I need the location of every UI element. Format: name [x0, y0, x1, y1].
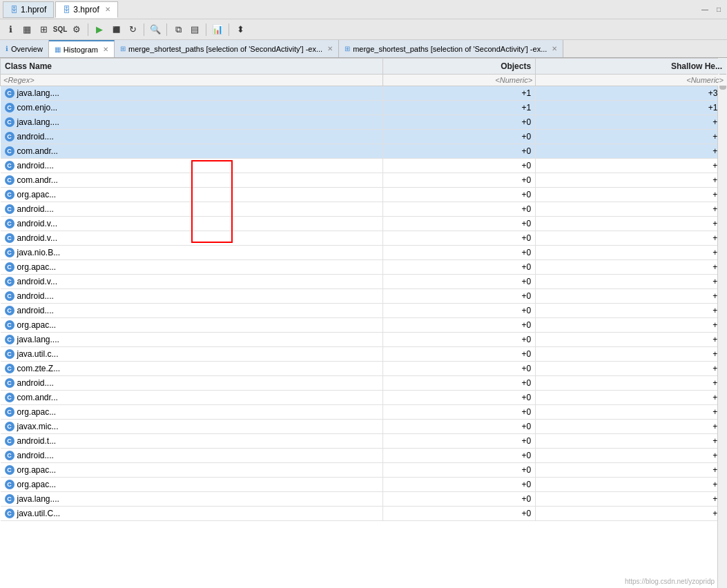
table-row[interactable]: Cjava.lang....+0+0 — [1, 333, 727, 347]
class-name-text: org.apac... — [17, 465, 57, 475]
cell-shallowheap: +0 — [536, 289, 727, 304]
table-row[interactable]: Ccom.enjo...+1+16 — [1, 101, 727, 115]
histogram-tab-close[interactable]: ✕ — [103, 46, 108, 53]
merge2-tab-icon: ⊞ — [345, 45, 350, 52]
refresh-toolbar-btn[interactable]: ↻ — [125, 22, 140, 37]
table-row[interactable]: Ccom.andr...+0+0 — [1, 173, 727, 188]
cell-objects: +0 — [382, 115, 535, 130]
table-row[interactable]: Corg.apac...+0+0 — [1, 478, 727, 492]
tab-overview[interactable]: ℹ Overview — [0, 40, 49, 57]
cell-objects: +0 — [382, 289, 535, 304]
table-row[interactable]: Cjava.lang....+0+8 — [1, 115, 727, 130]
cell-shallowheap: +0 — [536, 333, 727, 347]
table-row[interactable]: Candroid.t...+0+0 — [1, 434, 727, 449]
filter-classname[interactable] — [1, 75, 383, 86]
table-row[interactable]: Cjava.nio.B...+0+0 — [1, 246, 727, 260]
maximize-btn[interactable]: □ — [713, 4, 724, 15]
cell-objects: +0 — [382, 217, 535, 231]
table-row[interactable]: Candroid....+0+0 — [1, 304, 727, 318]
title-tab-3-close[interactable]: ✕ — [105, 6, 110, 13]
table-container[interactable]: Class Name Objects Shallow He... — [0, 58, 727, 588]
class-name-text: android.v... — [17, 219, 57, 228]
class-icon: C — [5, 306, 14, 315]
run-toolbar-btn[interactable]: ▶ — [92, 22, 107, 37]
filter-objects[interactable] — [382, 75, 535, 86]
table-row[interactable]: Corg.apac...+0+0 — [1, 188, 727, 202]
filter-shallowheap[interactable] — [536, 75, 727, 86]
class-icon: C — [5, 175, 14, 185]
table-row[interactable]: Ccom.andr...+0+0 — [1, 391, 727, 405]
col-classname[interactable]: Class Name — [1, 59, 383, 75]
class-name-text: java.nio.B... — [17, 248, 61, 257]
table-row[interactable]: Cjavax.mic...+0+0 — [1, 420, 727, 434]
cell-classname: Ccom.enjo... — [1, 101, 383, 115]
cell-classname: Ccom.andr... — [1, 173, 383, 188]
cell-objects: +0 — [382, 173, 535, 188]
table-row[interactable]: Cjava.lang....+0+0 — [1, 492, 727, 507]
table-row[interactable]: Candroid.v...+0+0 — [1, 217, 727, 231]
table-row[interactable]: Candroid....+0+0 — [1, 202, 727, 217]
sql-toolbar-btn[interactable]: SQL — [52, 22, 68, 37]
table-row[interactable]: Corg.apac...+0+0 — [1, 463, 727, 478]
content-area: Class Name Objects Shallow He... — [0, 58, 727, 588]
class-name-text: java.lang.... — [17, 117, 59, 127]
table-row[interactable]: Candroid....+0+0 — [1, 449, 727, 463]
cell-classname: Candroid.... — [1, 304, 383, 318]
class-name-text: java.lang.... — [17, 494, 59, 504]
cell-objects: +0 — [382, 449, 535, 463]
cell-classname: Ccom.zte.Z... — [1, 362, 383, 376]
minimize-btn[interactable]: — — [699, 4, 710, 15]
table-row[interactable]: Corg.apac...+0+0 — [1, 405, 727, 420]
merge1-tab-close[interactable]: ✕ — [327, 45, 333, 52]
tab-histogram[interactable]: ▦ Histogram ✕ — [49, 40, 115, 57]
dominator-toolbar-btn[interactable]: ⊞ — [36, 22, 51, 37]
cell-objects: +0 — [382, 420, 535, 434]
search-toolbar-btn[interactable]: 🔍 — [148, 22, 163, 37]
copy-toolbar-btn[interactable]: ⧉ — [171, 22, 186, 37]
chart-toolbar-btn[interactable]: 📊 — [210, 22, 225, 37]
cell-shallowheap: +0 — [536, 391, 727, 405]
cell-shallowheap: +0 — [536, 202, 727, 217]
table-row[interactable]: Candroid....+0+0 — [1, 159, 727, 173]
table-row[interactable]: Candroid....+0+0 — [1, 376, 727, 391]
class-name-text: com.zte.Z... — [17, 364, 61, 373]
cell-classname: Cjava.lang.... — [1, 86, 383, 101]
stop-toolbar-btn[interactable]: ⬛ — [108, 22, 124, 37]
grid-toolbar-btn[interactable]: ▤ — [187, 22, 202, 37]
table-row[interactable]: Candroid....+0+0 — [1, 289, 727, 304]
class-name-text: android.t... — [17, 436, 57, 446]
table-row[interactable]: Ccom.zte.Z...+0+0 — [1, 362, 727, 376]
scrollbar[interactable] — [717, 58, 727, 588]
settings-toolbar-btn[interactable]: ⚙ — [69, 22, 84, 37]
tab-overview-label: Overview — [11, 45, 43, 53]
cell-objects: +0 — [382, 405, 535, 420]
table-row[interactable]: Candroid.v...+0+0 — [1, 231, 727, 246]
table-row[interactable]: Corg.apac...+0+0 — [1, 260, 727, 275]
filter-classname-input[interactable] — [3, 76, 342, 84]
title-tab-3hprof[interactable]: 🗄 3.hprof ✕ — [55, 1, 117, 18]
filter-shallowheap-input[interactable] — [557, 76, 724, 84]
filter-objects-input[interactable] — [400, 76, 532, 84]
histogram-toolbar-btn[interactable]: ▦ — [19, 22, 35, 37]
table-row[interactable]: Candroid.v...+0+0 — [1, 275, 727, 289]
title-tab-1hprof[interactable]: 🗄 1.hprof — [3, 1, 54, 18]
cell-objects: +0 — [382, 159, 535, 173]
cell-classname: Cjava.lang.... — [1, 333, 383, 347]
tab-merge2[interactable]: ⊞ merge_shortest_paths [selection of 'Se… — [339, 40, 563, 57]
table-row[interactable]: Cjava.lang....+1+32 — [1, 86, 727, 101]
table-row[interactable]: Candroid....+0+0 — [1, 130, 727, 144]
table-row[interactable]: Cjava.util.C...+0+0 — [1, 507, 727, 521]
merge2-tab-close[interactable]: ✕ — [552, 45, 557, 52]
col-objects[interactable]: Objects — [382, 59, 535, 75]
col-shallowheap[interactable]: Shallow He... — [536, 59, 727, 75]
class-icon: C — [5, 132, 14, 141]
table-row[interactable]: Cjava.util.c...+0+0 — [1, 347, 727, 362]
cell-shallowheap: +0 — [536, 478, 727, 492]
class-name-text: android.... — [17, 306, 54, 315]
table-row[interactable]: Ccom.andr...+0+0 — [1, 144, 727, 159]
tab-merge1[interactable]: ⊞ merge_shortest_paths [selection of 'Se… — [115, 40, 339, 57]
table-row[interactable]: Corg.apac...+0+0 — [1, 318, 727, 333]
export-toolbar-btn[interactable]: ⬍ — [233, 22, 248, 37]
info-toolbar-btn[interactable]: ℹ — [3, 22, 18, 37]
class-icon: C — [5, 509, 14, 518]
